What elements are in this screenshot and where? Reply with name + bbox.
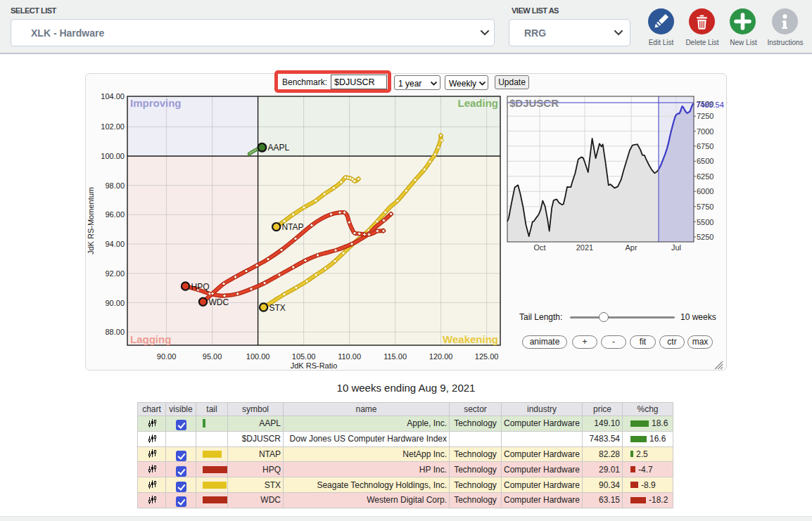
svg-text:NTAP: NTAP <box>282 222 304 232</box>
svg-text:105.00: 105.00 <box>292 352 316 361</box>
svg-text:HPQ: HPQ <box>191 282 210 292</box>
svg-text:7000: 7000 <box>697 127 713 136</box>
svg-text:100.00: 100.00 <box>101 152 125 160</box>
svg-text:120.00: 120.00 <box>429 352 453 361</box>
svg-text:6750: 6750 <box>697 142 713 150</box>
svg-text:125.00: 125.00 <box>475 352 499 361</box>
svg-text:Apr: Apr <box>625 243 637 252</box>
svg-text:Oct: Oct <box>533 243 545 252</box>
svg-text:WDC: WDC <box>209 297 229 307</box>
svg-text:94.00: 94.00 <box>105 240 125 248</box>
svg-text:102.00: 102.00 <box>101 122 125 131</box>
svg-text:$DJUSCR: $DJUSCR <box>509 97 559 109</box>
svg-text:100.00: 100.00 <box>246 352 270 361</box>
svg-text:JdK RS-Momentum: JdK RS-Momentum <box>87 187 95 255</box>
svg-text:95.00: 95.00 <box>203 352 222 361</box>
svg-text:7250: 7250 <box>697 112 713 120</box>
svg-text:Weakening: Weakening <box>443 333 498 345</box>
svg-text:Improving: Improving <box>130 97 182 109</box>
svg-text:5500: 5500 <box>697 218 713 226</box>
svg-text:115.00: 115.00 <box>383 352 407 361</box>
svg-text:5250: 5250 <box>697 233 713 241</box>
svg-text:Leading: Leading <box>457 97 498 109</box>
svg-text:AAPL: AAPL <box>268 143 290 153</box>
svg-text:Jul: Jul <box>671 243 681 252</box>
svg-text:88.00: 88.00 <box>105 328 125 336</box>
svg-text:STX: STX <box>269 303 286 313</box>
svg-text:110.00: 110.00 <box>338 352 361 361</box>
svg-text:6500: 6500 <box>697 157 713 165</box>
svg-text:96.00: 96.00 <box>105 210 125 219</box>
svg-text:7483.54: 7483.54 <box>696 101 724 109</box>
svg-text:104.00: 104.00 <box>101 92 125 101</box>
svg-text:98.00: 98.00 <box>105 181 125 190</box>
svg-text:5750: 5750 <box>697 202 713 211</box>
svg-text:92.00: 92.00 <box>105 269 125 278</box>
svg-text:90.00: 90.00 <box>105 299 125 307</box>
svg-text:6000: 6000 <box>697 187 713 195</box>
svg-text:Lagging: Lagging <box>130 333 171 345</box>
svg-text:2021: 2021 <box>576 243 593 252</box>
svg-text:6250: 6250 <box>697 172 713 181</box>
svg-text:90.00: 90.00 <box>157 352 177 361</box>
svg-text:JdK RS-Ratio: JdK RS-Ratio <box>291 361 338 370</box>
